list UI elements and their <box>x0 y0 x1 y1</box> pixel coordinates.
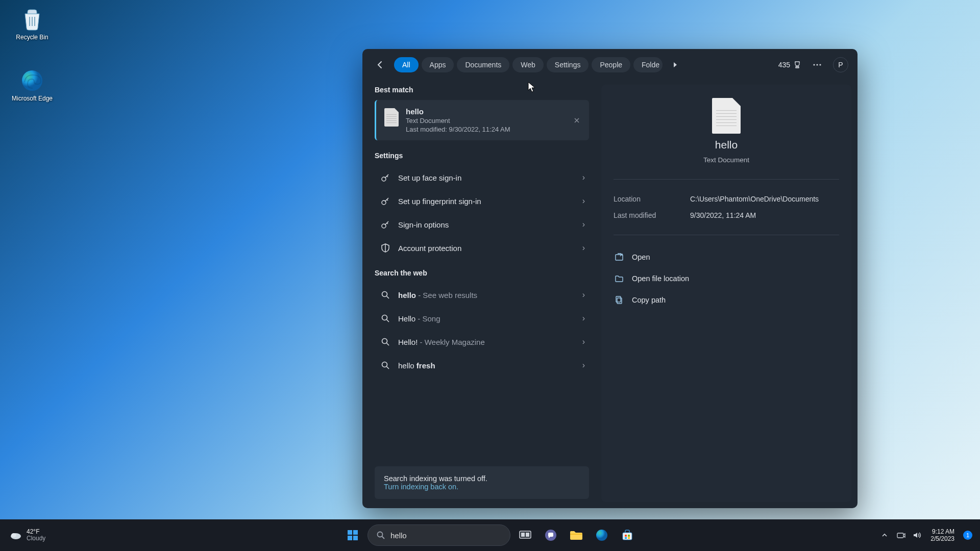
taskbar-app-edge[interactable] <box>591 524 612 546</box>
profile-button[interactable]: P <box>833 57 848 72</box>
search-icon <box>380 360 391 371</box>
svg-rect-27 <box>625 535 627 537</box>
svg-rect-26 <box>623 533 632 540</box>
chevron-right-icon: › <box>582 290 585 299</box>
trophy-icon <box>793 61 801 69</box>
svg-point-9 <box>382 339 387 344</box>
weather-condition: Cloudy <box>27 535 45 542</box>
close-icon <box>574 117 580 123</box>
best-match-result[interactable]: hello Text Document Last modified: 9/30/… <box>375 100 589 140</box>
details-title: hello <box>715 139 738 151</box>
chevron-right-icon: › <box>582 196 585 206</box>
indexing-turn-on-link[interactable]: Turn indexing back on. <box>384 483 458 491</box>
settings-item-face-signin[interactable]: Set up face sign-in › <box>375 166 589 189</box>
taskbar-search-input[interactable] <box>390 531 502 540</box>
indexing-notice-text: Search indexing was turned off. <box>384 474 580 483</box>
filter-pill-documents[interactable]: Documents <box>457 57 509 72</box>
notification-count-badge: 1 <box>963 531 972 540</box>
section-header-web: Search the web <box>375 269 589 277</box>
search-icon <box>380 313 391 324</box>
action-label: Open file location <box>632 274 689 283</box>
filter-pill-people[interactable]: People <box>592 57 630 72</box>
details-type: Text Document <box>703 156 749 164</box>
back-button[interactable] <box>372 56 389 73</box>
web-item-fresh[interactable]: hello fresh › <box>375 354 589 377</box>
chevron-up-icon <box>881 532 888 539</box>
copy-icon <box>614 294 625 306</box>
more-options-button[interactable] <box>810 57 825 72</box>
svg-point-2 <box>816 64 818 65</box>
taskbar-clock[interactable]: 9:12 AM 2/5/2023 <box>926 528 959 543</box>
separator <box>614 235 839 235</box>
tray-overflow-button[interactable] <box>877 528 892 542</box>
list-item-label: Hello - Song <box>398 314 440 323</box>
svg-rect-11 <box>616 255 623 260</box>
svg-rect-28 <box>628 535 630 537</box>
list-item-label: Set up fingerprint sign-in <box>398 197 481 206</box>
settings-item-fingerprint-signin[interactable]: Set up fingerprint sign-in › <box>375 189 589 213</box>
taskbar-search[interactable] <box>368 524 510 546</box>
key-icon <box>380 172 391 183</box>
filter-pill-settings[interactable]: Settings <box>547 57 589 72</box>
chevron-right-icon: › <box>582 173 585 182</box>
web-item-see-results[interactable]: hello - See web results › <box>375 283 589 307</box>
chevron-right-icon: › <box>582 220 585 229</box>
taskbar-weather[interactable]: 42°F Cloudy <box>5 527 50 544</box>
action-label: Open <box>632 253 650 261</box>
details-modified-label: Last modified <box>614 211 690 219</box>
web-item-song[interactable]: Hello - Song › <box>375 307 589 330</box>
svg-point-20 <box>378 532 383 537</box>
list-item-label: Hello! - Weekly Magazine <box>398 338 485 346</box>
weather-icon <box>9 529 22 542</box>
search-icon <box>380 336 391 347</box>
taskbar-app-chat[interactable] <box>540 524 561 546</box>
edge-icon <box>595 529 608 542</box>
tray-volume-button[interactable] <box>910 528 924 542</box>
filter-pills: All Apps Documents Web Settings People F… <box>394 57 663 72</box>
action-copy-path[interactable]: Copy path <box>614 289 839 311</box>
results-column: Best match hello Text Document Last modi… <box>362 81 598 508</box>
taskbar-app-store[interactable] <box>617 524 638 546</box>
web-item-magazine[interactable]: Hello! - Weekly Magazine › <box>375 330 589 354</box>
filter-pill-folders[interactable]: Folde <box>633 57 663 72</box>
filter-pill-all[interactable]: All <box>394 57 419 72</box>
rewards-points-value: 435 <box>778 61 790 69</box>
filter-pill-web[interactable]: Web <box>512 57 544 72</box>
section-header-settings: Settings <box>375 152 589 160</box>
desktop-icon-label: Recycle Bin <box>16 34 48 41</box>
filters-scroll-right-icon[interactable] <box>668 57 683 72</box>
filter-pill-apps[interactable]: Apps <box>422 57 454 72</box>
taskbar-app-explorer[interactable] <box>566 524 587 546</box>
taskbar-app-taskview[interactable] <box>514 524 536 546</box>
ellipsis-icon <box>813 63 822 66</box>
search-icon <box>376 531 385 540</box>
chevron-right-icon: › <box>582 314 585 323</box>
action-open-file-location[interactable]: Open file location <box>614 268 839 289</box>
notifications-button[interactable]: 1 <box>961 528 975 542</box>
dismiss-best-match-button[interactable] <box>571 114 583 127</box>
best-match-title: hello <box>406 107 510 116</box>
chat-icon <box>544 529 557 542</box>
settings-item-account-protection[interactable]: Account protection › <box>375 236 589 260</box>
svg-point-8 <box>382 315 387 320</box>
chevron-right-icon: › <box>582 243 585 253</box>
list-item-label: hello fresh <box>398 361 435 370</box>
desktop-icon-label: Microsoft Edge <box>12 95 53 102</box>
tray-network-button[interactable] <box>894 528 908 542</box>
best-match-type: Text Document <box>406 117 510 124</box>
settings-item-signin-options[interactable]: Sign-in options › <box>375 213 589 236</box>
svg-rect-30 <box>628 537 630 539</box>
svg-rect-18 <box>348 536 352 540</box>
folder-icon <box>569 529 583 541</box>
desktop-icon-recycle-bin[interactable]: Recycle Bin <box>9 7 55 41</box>
action-open[interactable]: Open <box>614 246 839 268</box>
svg-point-1 <box>813 64 815 65</box>
details-location-row: Location C:\Users\Phantom\OneDrive\Docum… <box>614 191 839 207</box>
search-panel: All Apps Documents Web Settings People F… <box>362 49 857 508</box>
svg-rect-17 <box>353 530 358 535</box>
clock-time: 9:12 AM <box>932 528 954 535</box>
rewards-points[interactable]: 435 <box>778 61 801 69</box>
details-location-label: Location <box>614 195 690 203</box>
start-button[interactable] <box>342 524 363 546</box>
desktop-icon-edge[interactable]: Microsoft Edge <box>9 68 55 102</box>
